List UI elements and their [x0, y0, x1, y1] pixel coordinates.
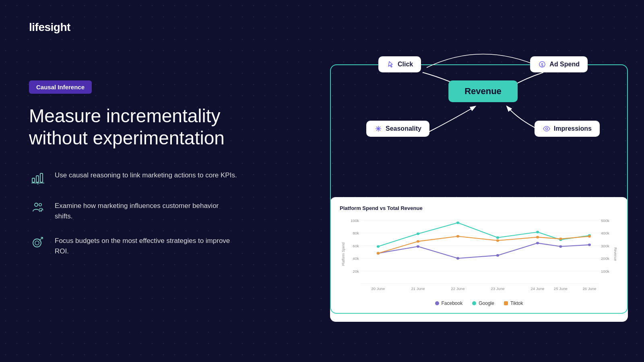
- svg-text:80k: 80k: [353, 232, 359, 235]
- svg-point-59: [536, 236, 539, 238]
- svg-point-43: [456, 257, 459, 259]
- tiktok-color-dot: [504, 301, 508, 305]
- svg-point-49: [417, 232, 419, 235]
- svg-text:20 June: 20 June: [371, 287, 385, 291]
- node-revenue: Revenue: [448, 80, 518, 102]
- users-behavior-icon: [29, 199, 47, 217]
- left-content: Causal Inference Measure incrementality …: [29, 80, 238, 256]
- svg-point-47: [588, 243, 591, 246]
- svg-text:500k: 500k: [601, 219, 609, 222]
- svg-rect-0: [32, 178, 35, 182]
- google-color-dot: [472, 301, 476, 305]
- svg-point-57: [456, 235, 459, 237]
- svg-point-46: [559, 245, 562, 248]
- svg-text:200k: 200k: [601, 257, 609, 261]
- svg-point-50: [456, 222, 459, 224]
- chart-panel: Platform Spend vs Total Revenue 100k 80k…: [330, 197, 628, 322]
- svg-point-48: [377, 245, 380, 248]
- chart-legend: Facebook Google Tiktok: [340, 300, 618, 306]
- svg-point-58: [496, 239, 499, 242]
- click-icon: [386, 60, 394, 68]
- svg-point-55: [377, 252, 380, 254]
- eye-icon: [543, 125, 551, 133]
- feature-text-2: Examine how marketing influences custome…: [55, 199, 238, 221]
- svg-text:23 June: 23 June: [491, 287, 505, 291]
- svg-text:60k: 60k: [353, 244, 359, 248]
- svg-point-60: [559, 238, 562, 240]
- facebook-color-dot: [435, 301, 439, 305]
- chart-title: Platform Spend vs Total Revenue: [340, 205, 618, 211]
- feature-text-3: Focus budgets on the most effective stra…: [55, 234, 238, 256]
- svg-point-44: [496, 254, 499, 257]
- legend-tiktok: Tiktok: [504, 300, 523, 306]
- logo: lifesight: [29, 21, 70, 34]
- node-click: Click: [378, 56, 421, 72]
- svg-point-14: [378, 128, 379, 130]
- node-seasonality: Seasonality: [366, 121, 429, 137]
- svg-rect-1: [36, 176, 39, 182]
- svg-text:25 June: 25 June: [554, 287, 568, 291]
- svg-text:Platform Spend: Platform Spend: [341, 243, 345, 266]
- feature-item-2: Examine how marketing influences custome…: [29, 199, 238, 221]
- svg-text:Revenue: Revenue: [613, 247, 618, 261]
- snowflake-icon: [374, 125, 382, 133]
- svg-text:100k: 100k: [351, 219, 359, 222]
- logo-text: lifesight: [29, 21, 70, 33]
- svg-text:40k: 40k: [353, 257, 359, 261]
- chart-kpi-icon: [29, 169, 47, 186]
- right-content: Click $ Ad Spend Revenue: [346, 32, 620, 322]
- svg-text:22 June: 22 June: [451, 287, 465, 291]
- feature-item-3: Focus budgets on the most effective stra…: [29, 234, 238, 256]
- svg-text:24 June: 24 June: [531, 287, 545, 291]
- svg-text:100k: 100k: [601, 270, 609, 274]
- node-impressions: Impressions: [535, 121, 600, 137]
- svg-text:400k: 400k: [601, 232, 609, 235]
- svg-point-4: [35, 203, 38, 206]
- svg-point-61: [588, 235, 591, 237]
- feature-list: Use causal reasoning to link marketing a…: [29, 169, 238, 256]
- causal-diagram: Click $ Ad Spend Revenue: [346, 32, 620, 169]
- svg-rect-2: [40, 173, 43, 182]
- svg-point-52: [536, 231, 539, 233]
- causal-inference-badge: Causal Inference: [29, 80, 92, 94]
- main-heading: Measure incrementality without experimen…: [29, 105, 238, 149]
- svg-point-56: [417, 240, 419, 243]
- svg-point-42: [417, 245, 419, 248]
- feature-item-1: Use causal reasoning to link marketing a…: [29, 169, 238, 186]
- svg-point-7: [35, 241, 39, 245]
- svg-point-15: [545, 128, 547, 130]
- legend-google: Google: [472, 300, 494, 306]
- svg-text:$: $: [541, 63, 544, 67]
- svg-text:26 June: 26 June: [582, 287, 596, 291]
- node-adspend: $ Ad Spend: [530, 56, 588, 72]
- dollar-icon: $: [538, 60, 546, 68]
- svg-point-51: [496, 237, 499, 239]
- svg-point-5: [39, 204, 41, 206]
- chart-svg-container: 100k 80k 60k 40k 20k 500k 400k 300k 200k…: [340, 216, 618, 296]
- line-chart: 100k 80k 60k 40k 20k 500k 400k 300k 200k…: [340, 216, 618, 296]
- budget-roi-icon: [29, 234, 47, 252]
- feature-text-1: Use causal reasoning to link marketing a…: [55, 169, 237, 181]
- svg-text:21 June: 21 June: [411, 287, 425, 291]
- svg-text:300k: 300k: [601, 244, 609, 248]
- svg-point-45: [536, 242, 539, 244]
- svg-text:20k: 20k: [353, 270, 359, 274]
- legend-facebook: Facebook: [435, 300, 463, 306]
